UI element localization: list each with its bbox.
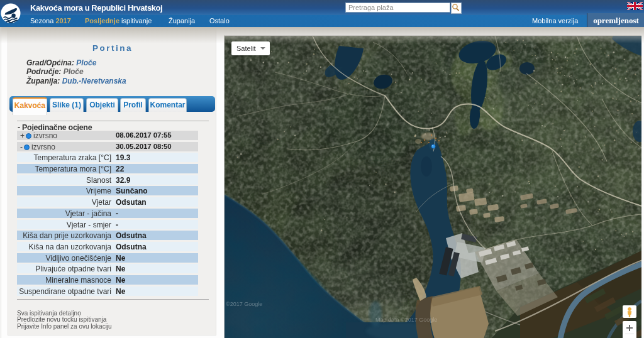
svg-text:©2017 Google: ©2017 Google <box>226 301 262 307</box>
svg-text:Map data ©2017 Google: Map data ©2017 Google <box>375 317 437 323</box>
